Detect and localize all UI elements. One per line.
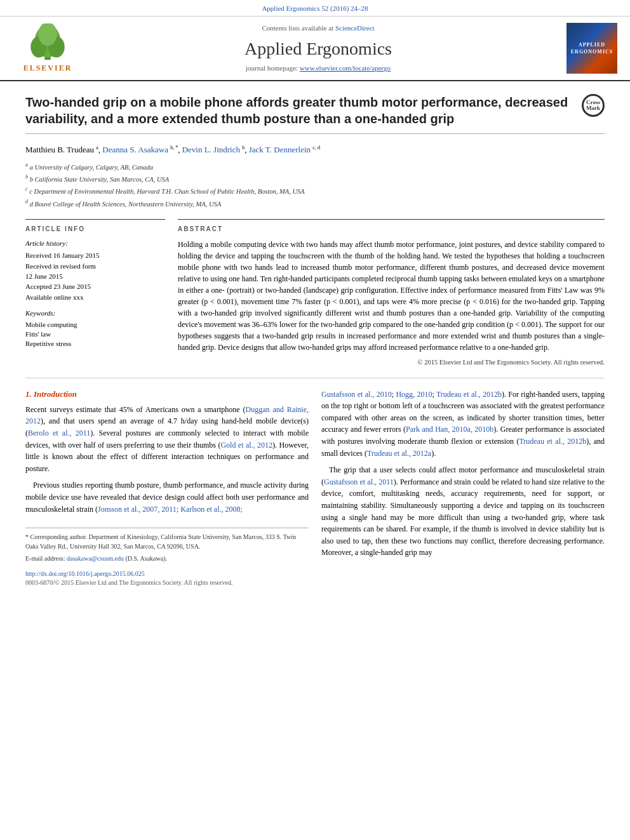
email-link[interactable]: dasakawa@csusm.edu: [67, 555, 126, 562]
journal-citation: Applied Ergonomics 52 (2016) 24–28: [262, 4, 368, 12]
footnote-section: * Corresponding author. Department of Ki…: [25, 528, 309, 563]
journal-homepage-line: journal homepage: www.elsevier.com/locat…: [83, 63, 554, 73]
introduction-section: 1. Introduction Recent surveys estimate …: [25, 389, 605, 588]
abstract-col: ABSTRACT Holding a mobile computing devi…: [178, 219, 605, 368]
crossmark: CrossMark: [582, 94, 605, 117]
author-sup-b2: b: [242, 145, 245, 150]
bottom-links: http://dx.doi.org/10.1016/j.apergo.2015.…: [25, 570, 309, 587]
contents-available: Contents lists available at ScienceDirec…: [83, 23, 554, 33]
article-title-section: Two-handed grip on a mobile phone afford…: [25, 94, 605, 134]
ref-hogg[interactable]: Hogg, 2010: [396, 390, 432, 399]
elsevier-wordmark: ELSEVIER: [23, 63, 72, 74]
received-revised-label: Received in revised form: [25, 262, 165, 271]
elsevier-tree-icon: [22, 23, 73, 62]
intro-para-1: Recent surveys estimate that 45% of Amer…: [25, 404, 309, 475]
ref-duggan[interactable]: Duggan and Rainie, 2012: [25, 405, 309, 426]
intro-right-col: Gustafsson et al., 2010; Hogg, 2010; Tru…: [321, 389, 605, 588]
journal-title-center: Contents lists available at ScienceDirec…: [83, 23, 554, 73]
crossmark-circle: CrossMark: [582, 94, 605, 117]
abstract-text: Holding a mobile computing device with t…: [178, 239, 605, 353]
intro-body-left: Recent surveys estimate that 45% of Amer…: [25, 404, 309, 515]
footnote-corresponding: * Corresponding author. Department of Ki…: [25, 532, 309, 551]
journal-logo-right: APPLIED ERGONOMICS: [554, 23, 617, 74]
top-bar: Applied Ergonomics 52 (2016) 24–28: [0, 0, 630, 17]
intro-para-right-2: The grip that a user selects could affec…: [321, 464, 605, 559]
ref-trudeau2012b2[interactable]: Trudeau et al., 2012b: [519, 437, 586, 446]
keyword-1: Mobile computing: [25, 320, 165, 330]
logo-line1: APPLIED: [579, 41, 605, 48]
elsevier-logo: ELSEVIER: [13, 23, 83, 74]
section-heading: 1. Introduction: [25, 389, 309, 400]
affil-a: a a University of Calgary, Calgary, AB, …: [25, 161, 605, 172]
author-sup-a: a: [96, 145, 98, 150]
journal-name-display: Applied Ergonomics: [83, 36, 554, 61]
ref-berolo[interactable]: Berolo et al., 2011: [28, 429, 90, 437]
affil-b: b b California State University, San Mar…: [25, 173, 605, 184]
ref-gold[interactable]: Gold et al., 2012: [220, 441, 272, 450]
doi-link[interactable]: http://dx.doi.org/10.1016/j.apergo.2015.…: [25, 570, 309, 578]
keyword-3: Repetitive stress: [25, 339, 165, 349]
abstract-label: ABSTRACT: [178, 225, 605, 234]
article-body: Two-handed grip on a mobile phone afford…: [0, 81, 630, 600]
article-title: Two-handed grip on a mobile phone afford…: [25, 94, 569, 127]
logo-line2: ERGONOMICS: [571, 48, 613, 55]
doi-anchor[interactable]: http://dx.doi.org/10.1016/j.apergo.2015.…: [25, 570, 145, 577]
received-date: Received 16 January 2015: [25, 251, 165, 260]
affil-c: c c Department of Environmental Health, …: [25, 185, 605, 196]
author-sup-cd: c, d: [312, 145, 320, 150]
affiliations: a a University of Calgary, Calgary, AB, …: [25, 161, 605, 209]
intro-para-right-1: Gustafsson et al., 2010; Hogg, 2010; Tru…: [321, 389, 605, 460]
issn-line: 0003-6870/© 2015 Elsevier Ltd and The Er…: [25, 578, 309, 587]
section-divider: [25, 378, 605, 378]
two-column-section: ARTICLE INFO Article history: Received 1…: [25, 219, 605, 368]
article-info-col: ARTICLE INFO Article history: Received 1…: [25, 219, 165, 368]
sciencedirect-link[interactable]: ScienceDirect: [335, 24, 375, 32]
accepted-date: Accepted 23 June 2015: [25, 282, 165, 291]
copyright-line: © 2015 Elsevier Ltd and The Ergonomics S…: [178, 358, 605, 368]
affil-d: d d Bouvé College of Health Sciences, No…: [25, 198, 605, 209]
journal-logo-box: APPLIED ERGONOMICS: [566, 23, 617, 74]
author-sup-b: b, *: [170, 145, 178, 150]
ref-gustafsson[interactable]: Gustafsson et al., 2010: [321, 390, 392, 399]
ref-park2010[interactable]: Park and Han, 2010a, 2010b: [406, 425, 493, 434]
revised-date: 12 June 2015: [25, 272, 165, 281]
author-dennerlein[interactable]: Jack T. Dennerlein: [249, 145, 311, 155]
ref-jonsson[interactable]: Jonsson et al., 2007, 2011; Karlson et a…: [98, 505, 243, 514]
author-jindrich[interactable]: Devin L. Jindrich: [182, 145, 240, 155]
ref-trudeau2012a[interactable]: Trudeau et al., 2012a: [367, 449, 431, 458]
journal-header: ELSEVIER Contents lists available at Sci…: [0, 17, 630, 81]
ref-trudeau2012b[interactable]: Trudeau et al., 2012b: [436, 390, 502, 399]
author-trudeau: Matthieu B. Trudeau: [25, 145, 94, 155]
intro-body-right: Gustafsson et al., 2010; Hogg, 2010; Tru…: [321, 389, 605, 559]
keywords-label: Keywords:: [25, 309, 165, 318]
homepage-url[interactable]: www.elsevier.com/locate/apergo: [300, 64, 391, 72]
intro-left-col: 1. Introduction Recent surveys estimate …: [25, 389, 309, 588]
author-asakawa[interactable]: Deanna S. Asakawa: [102, 145, 168, 155]
history-label: Article history:: [25, 239, 165, 248]
article-info-label: ARTICLE INFO: [25, 225, 165, 234]
keyword-2: Fitts' law: [25, 330, 165, 339]
footnote-email: E-mail address: dasakawa@csusm.edu (D.S.…: [25, 554, 309, 563]
intro-para-2: Previous studies reporting thumb posture…: [25, 479, 309, 515]
ref-gustafsson2011[interactable]: Gustafsson et al., 2011: [324, 477, 394, 486]
authors-line: Matthieu B. Trudeau a, Deanna S. Asakawa…: [25, 144, 605, 156]
available-online: Available online xxx: [25, 293, 165, 302]
